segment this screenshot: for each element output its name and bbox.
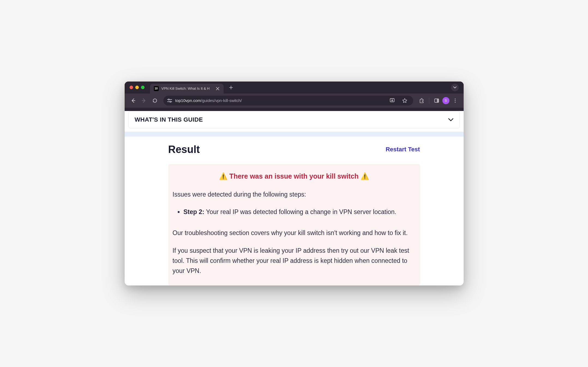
close-icon: [216, 87, 219, 90]
url-domain: top10vpn.com: [175, 98, 201, 103]
result-box: ⚠️ There was an issue with your kill swi…: [168, 164, 420, 286]
extensions-button[interactable]: [417, 96, 426, 105]
alert-message: ⚠️ There was an issue with your kill swi…: [173, 172, 416, 180]
chevron-down-icon: [448, 118, 454, 121]
forward-button[interactable]: [139, 96, 149, 105]
menu-button[interactable]: [451, 96, 460, 105]
minimize-window-button[interactable]: [135, 86, 139, 89]
new-tab-button[interactable]: [227, 85, 235, 91]
svg-point-5: [455, 98, 455, 99]
arrow-right-icon: [141, 98, 147, 103]
puzzle-icon: [419, 98, 424, 103]
issues-intro: Issues were detected during the followin…: [173, 189, 416, 200]
result-header: Result Restart Test: [168, 144, 420, 155]
browser-window: 10 VPN Kill Switch: What Is It & H: [125, 82, 464, 286]
kebab-icon: [453, 98, 458, 103]
address-bar[interactable]: top10vpn.com/guides/vpn-kill-switch/: [163, 96, 413, 106]
result-heading: Result: [168, 144, 200, 155]
issue-list: Step 2: Your real IP was detected follow…: [173, 207, 416, 217]
svg-rect-4: [437, 99, 439, 102]
tab-favicon: 10: [154, 86, 159, 91]
troubleshoot-text: Our troubleshooting section covers why y…: [173, 228, 416, 238]
restart-test-link[interactable]: Restart Test: [386, 146, 420, 153]
star-icon: [402, 98, 407, 103]
issue-item: Step 2: Your real IP was detected follow…: [178, 207, 416, 217]
panel-icon: [434, 98, 439, 103]
page-content: WHAT'S IN THIS GUIDE Result Restart Test…: [125, 111, 464, 286]
issue-step-label: Step 2:: [184, 208, 205, 215]
close-window-button[interactable]: [130, 86, 133, 89]
reload-icon: [152, 98, 158, 103]
toolbar-right: S: [417, 96, 460, 105]
main-area: Result Restart Test ⚠️ There was an issu…: [125, 137, 464, 286]
plus-icon: [229, 86, 233, 89]
toc-toggle[interactable]: WHAT'S IN THIS GUIDE: [128, 111, 460, 128]
toolbar: top10vpn.com/guides/vpn-kill-switch/ S: [125, 94, 464, 108]
install-icon: [389, 98, 395, 103]
toc-chevron: [448, 118, 454, 121]
toc-title: WHAT'S IN THIS GUIDE: [135, 116, 203, 123]
side-panel-button[interactable]: [432, 96, 441, 105]
leak-test-text: If you suspect that your VPN is leaking …: [173, 246, 416, 276]
back-button[interactable]: [128, 96, 138, 105]
svg-point-0: [168, 99, 169, 100]
traffic-lights: [130, 86, 145, 89]
svg-point-1: [170, 101, 171, 102]
maximize-window-button[interactable]: [141, 86, 145, 89]
browser-tab[interactable]: 10 VPN Kill Switch: What Is It & H: [150, 84, 224, 94]
title-bar: 10 VPN Kill Switch: What Is It & H: [125, 82, 464, 94]
chevron-down-icon: [453, 86, 457, 89]
site-info-button[interactable]: [167, 99, 172, 103]
tab-title: VPN Kill Switch: What Is It & H: [161, 86, 213, 91]
arrow-left-icon: [130, 98, 136, 103]
url-text: top10vpn.com/guides/vpn-kill-switch/: [175, 98, 384, 103]
toolbar-divider: [429, 98, 429, 104]
svg-point-6: [455, 100, 455, 101]
install-app-button[interactable]: [388, 96, 397, 105]
url-path: /guides/vpn-kill-switch/: [201, 98, 242, 103]
reload-button[interactable]: [150, 96, 160, 105]
tabs-dropdown-button[interactable]: [451, 84, 459, 91]
tab-close-button[interactable]: [215, 86, 220, 91]
blue-accent-strip: [125, 132, 464, 137]
svg-point-7: [455, 102, 455, 103]
tune-icon: [167, 99, 172, 103]
profile-button[interactable]: S: [442, 97, 449, 104]
issue-text: Your real IP was detected following a ch…: [204, 208, 396, 215]
bookmark-button[interactable]: [400, 96, 409, 105]
